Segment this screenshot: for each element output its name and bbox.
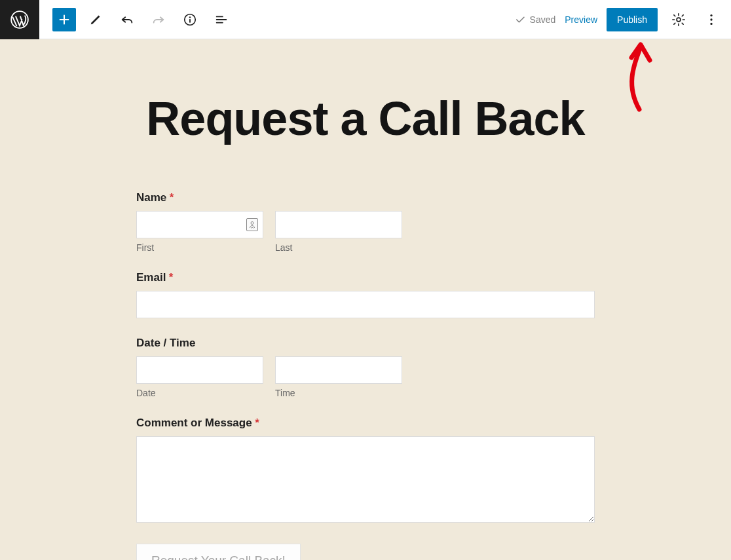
date-sublabel: Date — [136, 388, 263, 398]
editor-canvas: Request a Call Back Name * First — [0, 39, 731, 560]
svg-point-4 — [677, 18, 681, 22]
publish-button[interactable]: Publish — [607, 8, 658, 31]
more-options-button[interactable] — [700, 8, 723, 31]
plus-icon — [57, 12, 71, 27]
svg-rect-3 — [189, 19, 191, 23]
info-icon — [183, 12, 197, 27]
time-input[interactable] — [275, 356, 402, 384]
document-outline-button[interactable] — [210, 8, 233, 31]
list-icon — [214, 12, 229, 27]
saved-label: Saved — [530, 14, 556, 25]
first-name-input[interactable] — [136, 211, 263, 238]
submit-button[interactable]: Request Your Call Back! — [136, 544, 301, 560]
email-input[interactable] — [136, 291, 595, 318]
kebab-icon — [704, 12, 719, 27]
check-icon — [514, 14, 526, 26]
pencil-icon — [88, 12, 103, 27]
preview-button[interactable]: Preview — [565, 14, 597, 25]
gear-icon — [671, 12, 686, 27]
autofill-contact-icon[interactable] — [246, 218, 258, 231]
time-sublabel: Time — [275, 388, 402, 398]
edit-mode-button[interactable] — [84, 8, 107, 31]
callback-form: Name * First Last — [136, 172, 595, 560]
name-label: Name — [136, 191, 166, 204]
block-inserter-button[interactable] — [52, 8, 76, 31]
email-required-marker: * — [169, 271, 174, 284]
last-name-sublabel: Last — [275, 242, 402, 253]
message-required-marker: * — [255, 417, 259, 429]
svg-point-8 — [251, 222, 253, 225]
message-textarea[interactable] — [136, 436, 595, 523]
first-name-sublabel: First — [136, 242, 263, 253]
wordpress-logo[interactable] — [0, 0, 39, 39]
name-field-group: Name * First Last — [136, 191, 595, 253]
datetime-label: Date / Time — [136, 337, 195, 349]
document-info-button[interactable] — [178, 8, 202, 31]
svg-point-5 — [710, 14, 712, 16]
message-label: Comment or Message — [136, 417, 252, 429]
name-required-marker: * — [170, 191, 174, 204]
redo-icon — [151, 12, 166, 27]
svg-point-7 — [710, 22, 712, 24]
undo-button[interactable] — [115, 8, 139, 31]
svg-point-6 — [710, 18, 712, 20]
undo-icon — [120, 12, 134, 27]
email-label: Email — [136, 271, 166, 284]
last-name-input[interactable] — [275, 211, 402, 238]
settings-button[interactable] — [667, 8, 690, 31]
editor-toolbar: Saved Preview Publish — [0, 0, 731, 39]
svg-point-2 — [189, 16, 191, 18]
datetime-field-group: Date / Time Date Time — [136, 337, 595, 398]
date-input[interactable] — [136, 356, 263, 384]
wordpress-icon — [10, 10, 29, 29]
page-title[interactable]: Request a Call Back — [0, 92, 731, 145]
email-field-group: Email * — [136, 271, 595, 318]
save-status: Saved — [514, 14, 556, 26]
redo-button[interactable] — [147, 8, 170, 31]
message-field-group: Comment or Message * — [136, 417, 595, 525]
